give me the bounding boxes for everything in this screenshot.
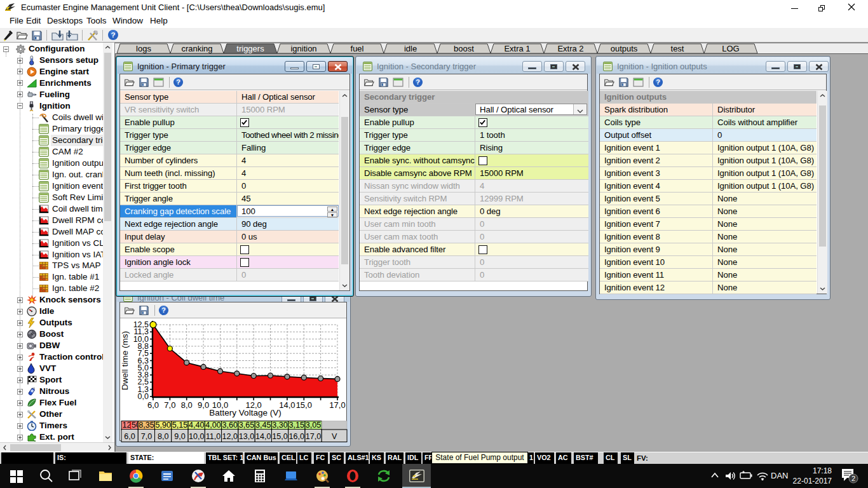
svg-text:cranking: cranking xyxy=(181,44,212,53)
svg-text:outputs: outputs xyxy=(611,44,638,53)
svg-text:14,0: 14,0 xyxy=(255,432,271,441)
svg-text:logs: logs xyxy=(136,44,151,53)
svg-text:17,0: 17,0 xyxy=(306,432,322,441)
svg-text:17,0: 17,0 xyxy=(329,400,345,410)
svg-text:3,65: 3,65 xyxy=(239,421,255,430)
svg-text:Extra 1: Extra 1 xyxy=(504,44,530,53)
svg-text:12,0: 12,0 xyxy=(222,432,238,441)
svg-text:15,0: 15,0 xyxy=(272,432,288,441)
svg-text:3,05: 3,05 xyxy=(306,421,322,430)
svg-text:boost: boost xyxy=(454,44,474,53)
svg-text:15,0: 15,0 xyxy=(296,400,312,410)
svg-text:7,0: 7,0 xyxy=(164,400,175,410)
svg-text:4,40: 4,40 xyxy=(189,421,205,430)
svg-text:13,0: 13,0 xyxy=(239,432,255,441)
svg-text:V: V xyxy=(332,432,337,441)
svg-text:5,15: 5,15 xyxy=(172,421,188,430)
svg-text:9,0: 9,0 xyxy=(174,432,186,441)
svg-text:Dwell time (ms): Dwell time (ms) xyxy=(120,331,130,390)
svg-text:3,45: 3,45 xyxy=(255,421,271,430)
svg-text:2: 2 xyxy=(851,475,855,482)
svg-text:3,30: 3,30 xyxy=(272,421,288,430)
svg-text:6,0: 6,0 xyxy=(124,432,135,441)
svg-text:6,0: 6,0 xyxy=(147,400,159,410)
svg-text:3,60: 3,60 xyxy=(222,421,238,430)
svg-text:14,0: 14,0 xyxy=(279,400,295,410)
svg-text:16,0: 16,0 xyxy=(289,432,305,441)
svg-text:Battery Voltage (V): Battery Voltage (V) xyxy=(209,408,281,417)
svg-text:ignition: ignition xyxy=(290,44,316,53)
svg-text:12,5: 12,5 xyxy=(133,320,149,329)
svg-text:fuel: fuel xyxy=(351,44,364,53)
svg-text:11,0: 11,0 xyxy=(206,432,221,441)
svg-text:8,0: 8,0 xyxy=(158,432,169,441)
svg-text:5,90: 5,90 xyxy=(155,421,171,430)
svg-text:7,0: 7,0 xyxy=(141,432,153,441)
svg-text:LOG: LOG xyxy=(722,44,739,53)
svg-text:8,0: 8,0 xyxy=(181,400,193,410)
svg-text:8,35: 8,35 xyxy=(139,421,154,430)
svg-text:3,15: 3,15 xyxy=(289,421,305,430)
svg-text:test: test xyxy=(671,44,684,53)
svg-text:9,0: 9,0 xyxy=(198,400,209,410)
svg-text:Extra 2: Extra 2 xyxy=(557,44,583,53)
svg-text:idle: idle xyxy=(404,44,417,53)
svg-text:12: 12 xyxy=(123,421,132,430)
svg-text:4,00: 4,00 xyxy=(205,421,221,430)
svg-text:10,0: 10,0 xyxy=(189,432,205,441)
svg-text:triggers: triggers xyxy=(236,44,264,53)
